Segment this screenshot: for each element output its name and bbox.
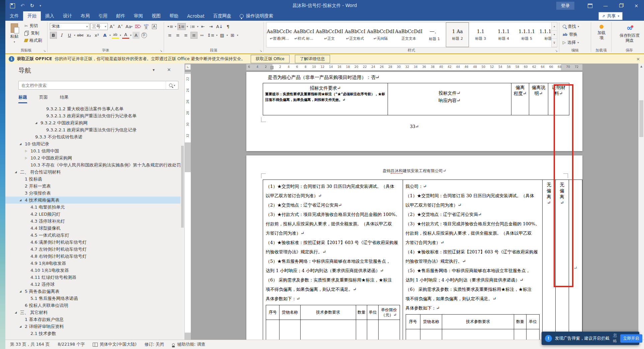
enclose-characters-button[interactable]: 字 xyxy=(141,32,148,39)
nav-tab-结果[interactable]: 结果 xyxy=(60,94,69,103)
indent-marker[interactable] xyxy=(270,66,273,69)
ribbon-tab-视图[interactable]: 视图 xyxy=(147,11,165,21)
search-dropdown[interactable]: ▾ xyxy=(166,81,178,89)
format-painter-button[interactable]: 格式刷 xyxy=(23,37,43,44)
text-effects-button[interactable]: A xyxy=(101,32,108,39)
grow-font-button[interactable]: A˄ xyxy=(109,23,116,30)
style-chip-样式标[interactable]: AaBbCcI↵样式 标... xyxy=(292,22,315,47)
nav-heading-item[interactable]: ◢二、 符合性证明材料 xyxy=(5,168,180,176)
italic-button[interactable]: I xyxy=(58,32,65,39)
undo-icon[interactable]: ↶ xyxy=(20,3,25,9)
addins-button[interactable]: 加载项 xyxy=(593,22,610,48)
superscript-button[interactable]: x² xyxy=(93,32,100,39)
align-left-button[interactable]: ≡ xyxy=(166,32,173,39)
collapse-arrow-icon[interactable]: ◢ xyxy=(19,323,21,330)
ribbon-tab-开始[interactable]: 开始 xyxy=(23,11,41,21)
align-center-button[interactable]: ≡ xyxy=(174,32,181,39)
close-button[interactable]: × xyxy=(629,0,644,11)
scroll-up-icon[interactable]: ▲ xyxy=(639,64,644,69)
dialog-launcher-icon[interactable]: ↘ xyxy=(160,49,162,52)
nav-heading-item[interactable]: 4.3 违停球补光灯 xyxy=(5,218,180,225)
align-right-button[interactable]: ≡ xyxy=(182,32,189,39)
clear-formatting-button[interactable]: ⌦ xyxy=(134,23,142,30)
collapse-arrow-icon[interactable]: ◢ xyxy=(15,309,17,316)
nav-heading-item[interactable]: 9.3.2.2.1 政府采购严重违法失信行为信息记录 xyxy=(5,126,180,133)
nav-heading-item[interactable]: ▷10.2 中国政府采购网 xyxy=(5,154,180,161)
style-chip-标题3[interactable]: 1.1标题 3 xyxy=(469,22,492,47)
nav-heading-item[interactable]: ◢4 技术规格偏离表 xyxy=(5,197,180,204)
restore-button[interactable] xyxy=(613,0,629,11)
nav-options-chevron-icon[interactable]: ▾ xyxy=(153,68,155,72)
dialog-launcher-icon[interactable]: ↘ xyxy=(555,49,558,52)
style-chip-标题1[interactable]: —、标题 1 xyxy=(423,22,446,47)
select-button[interactable]: ▷选择▾ xyxy=(562,39,589,46)
nav-heading-item[interactable]: ◢5 商务条款偏离表 xyxy=(5,288,180,295)
nav-heading-item[interactable]: 4.5 一体式机动车灯 xyxy=(5,232,180,239)
nav-heading-item[interactable]: 4.2 LED频闪灯 xyxy=(5,211,180,218)
nav-heading-item[interactable]: 4.9 1光8电收发器 xyxy=(5,260,180,267)
find-button[interactable]: 查找▾ xyxy=(562,23,589,30)
style-chip-普通(网[interactable]: AaBbCcDc↵普通(网... xyxy=(266,22,292,47)
font-name-combo[interactable]: 宋体▾ xyxy=(50,23,89,30)
accessibility-indicator[interactable]: 辅助功能: 调查 xyxy=(172,342,205,347)
ribbon-display-options-button[interactable] xyxy=(582,0,598,11)
nav-heading-item[interactable]: 6 投标人关联单位说明 xyxy=(5,302,180,309)
change-case-button[interactable]: Aa▾ xyxy=(125,23,133,30)
search-input[interactable] xyxy=(19,83,166,88)
font-color-button[interactable]: A xyxy=(122,32,129,39)
nav-tab-标题[interactable]: 标题 xyxy=(18,94,27,103)
ribbon-tab-设计[interactable]: 设计 xyxy=(59,11,76,21)
expand-arrow-icon[interactable]: ▷ xyxy=(25,154,27,161)
sort-button[interactable]: A↓ xyxy=(216,23,224,30)
collapse-arrow-icon[interactable]: ◢ xyxy=(19,197,21,204)
nav-scrollbar[interactable] xyxy=(180,64,184,340)
nav-heading-item[interactable]: 5.1 售后服务网络承诺函 xyxy=(5,295,180,302)
minimize-button[interactable]: — xyxy=(598,0,613,11)
replace-button[interactable]: ab替换 xyxy=(562,31,589,38)
decrease-indent-button[interactable]: ⇤ xyxy=(199,23,207,30)
ribbon-tab-文件[interactable]: 文件 xyxy=(5,11,23,21)
character-border-button[interactable]: A xyxy=(151,23,158,30)
document-scrollbar[interactable]: ▲ ▼ xyxy=(638,64,644,340)
document-page-1[interactable]: 是否为核心产品（非单一产品采购项目时适用）：否↵ 招标文件要求↵ 重要提示：实质… xyxy=(246,72,582,151)
nav-scrollbar-thumb[interactable] xyxy=(181,146,184,228)
underline-button[interactable]: U xyxy=(66,32,73,39)
multilevel-list-button[interactable]: ⁝≡ xyxy=(189,23,196,30)
nav-heading-item[interactable]: ▷10.1 信用中国 xyxy=(5,147,180,154)
nav-heading-item[interactable]: 4.7 左转倒计时机动车信号灯 xyxy=(5,246,180,253)
nav-heading-item[interactable]: 4.1 电警抓拍单元 xyxy=(5,204,180,211)
popup-enable-button[interactable]: 立即开启 xyxy=(620,334,642,343)
expand-arrow-icon[interactable]: ▷ xyxy=(25,147,27,154)
collapse-arrow-icon[interactable]: ◢ xyxy=(19,288,21,295)
strikethrough-button[interactable]: abc xyxy=(76,32,84,39)
character-shading-button[interactable]: A xyxy=(133,32,140,39)
style-chip-标题5[interactable]: 1.1.1.1标题 5 xyxy=(515,22,538,47)
nav-heading-item[interactable]: 4.10 1光1电收发器 xyxy=(5,267,180,274)
document-page-2[interactable]: 盘锦昌沐和建筑安装工程有限公司↵ （1）★交货时间：合同签订后 30 日历日内完… xyxy=(246,155,582,340)
style-chip-正文文本[interactable]: AaBbCcDdI正文文本 xyxy=(395,22,423,47)
save-icon[interactable] xyxy=(10,3,15,8)
tell-me-search[interactable]: 操作说明搜索 xyxy=(236,11,277,21)
ribbon-tab-百度网盘[interactable]: 百度网盘 xyxy=(209,11,236,21)
nav-heading-item[interactable]: 4.8 右转倒计时机动车信号灯 xyxy=(5,253,180,260)
collapse-arrow-icon[interactable]: ◢ xyxy=(19,140,21,147)
nav-heading-item[interactable]: 9.3.2.1.3 政府采购严重违法失信行为记录名单 xyxy=(5,112,180,119)
close-warning-icon[interactable]: × xyxy=(636,56,640,62)
vertical-ruler[interactable]: 222426283032 xyxy=(185,72,191,340)
show-formatting-marks-button[interactable]: ¶ xyxy=(225,23,232,30)
font-size-combo[interactable]: 三号▾ xyxy=(90,23,108,30)
nav-heading-item[interactable]: 2 开标一览表 xyxy=(5,183,180,190)
line-spacing-button[interactable]: ↕≡ xyxy=(207,32,215,39)
ribbon-tab-引用[interactable]: 引用 xyxy=(94,11,112,21)
customize-qat-icon[interactable]: ▾ xyxy=(39,4,41,7)
increase-indent-button[interactable]: ⇥ xyxy=(208,23,215,30)
popup-ignore-button[interactable]: 忽略 xyxy=(613,333,617,344)
style-chip-标题4[interactable]: 1.1.1标题 4 xyxy=(492,22,515,47)
shading-button[interactable]: ▨ xyxy=(219,32,226,39)
nav-heading-item[interactable]: ◢三、 其它材料 xyxy=(5,309,180,316)
nav-heading-item[interactable]: 1 基本存款账户信息 xyxy=(5,316,180,323)
distribute-button[interactable]: ⇿ xyxy=(198,32,206,39)
nav-heading-item[interactable]: 10.3 不存在《中华人民共和国政府采购法实施条例》第十九条规定的行政处罚... xyxy=(5,161,180,168)
document-search-box[interactable]: ▾ xyxy=(18,81,178,90)
shrink-font-button[interactable]: A˅ xyxy=(117,23,124,30)
